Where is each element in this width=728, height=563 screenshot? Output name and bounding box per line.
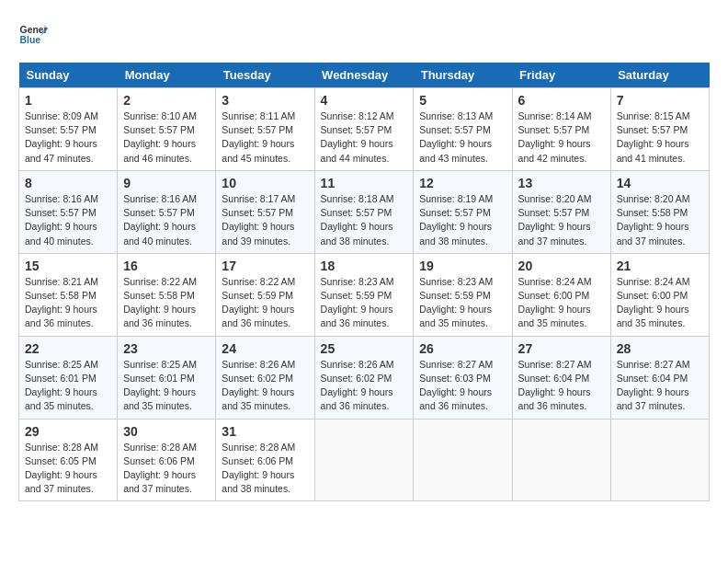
day-cell-10: 10Sunrise: 8:17 AM Sunset: 5:57 PM Dayli… [216, 170, 314, 253]
day-cell-28: 28Sunrise: 8:27 AM Sunset: 6:04 PM Dayli… [610, 336, 709, 419]
day-cell-31: 31Sunrise: 8:28 AM Sunset: 6:06 PM Dayli… [216, 419, 314, 501]
day-info: Sunrise: 8:28 AM Sunset: 6:06 PM Dayligh… [222, 441, 308, 497]
day-number: 22 [25, 341, 111, 356]
day-cell-16: 16Sunrise: 8:22 AM Sunset: 5:58 PM Dayli… [118, 253, 216, 336]
day-cell-25: 25Sunrise: 8:26 AM Sunset: 6:02 PM Dayli… [314, 336, 414, 419]
day-number: 21 [617, 259, 703, 273]
day-cell-29: 29Sunrise: 8:28 AM Sunset: 6:05 PM Dayli… [19, 419, 118, 501]
week-row-2: 8Sunrise: 8:16 AM Sunset: 5:57 PM Daylig… [19, 170, 710, 253]
day-number: 19 [419, 259, 506, 273]
day-number: 2 [123, 93, 210, 108]
day-cell-9: 9Sunrise: 8:16 AM Sunset: 5:57 PM Daylig… [118, 170, 216, 253]
svg-text:General: General [20, 25, 48, 35]
day-cell-27: 27Sunrise: 8:27 AM Sunset: 6:04 PM Dayli… [512, 336, 610, 419]
day-cell-21: 21Sunrise: 8:24 AM Sunset: 6:00 PM Dayli… [610, 253, 709, 336]
day-number: 6 [518, 93, 605, 108]
empty-cell [314, 419, 414, 501]
day-info: Sunrise: 8:28 AM Sunset: 6:06 PM Dayligh… [123, 441, 210, 497]
day-info: Sunrise: 8:20 AM Sunset: 5:57 PM Dayligh… [518, 192, 605, 248]
day-number: 25 [321, 341, 408, 356]
day-info: Sunrise: 8:25 AM Sunset: 6:01 PM Dayligh… [123, 358, 210, 414]
day-number: 29 [25, 424, 111, 439]
day-cell-15: 15Sunrise: 8:21 AM Sunset: 5:58 PM Dayli… [19, 253, 118, 336]
day-info: Sunrise: 8:21 AM Sunset: 5:58 PM Dayligh… [25, 275, 111, 331]
header-monday: Monday [118, 63, 216, 88]
empty-cell [414, 419, 512, 501]
page-header: General Blue [18, 18, 710, 48]
day-number: 10 [222, 176, 308, 190]
day-info: Sunrise: 8:10 AM Sunset: 5:57 PM Dayligh… [123, 109, 210, 166]
day-info: Sunrise: 8:27 AM Sunset: 6:04 PM Dayligh… [617, 358, 703, 414]
day-info: Sunrise: 8:22 AM Sunset: 5:58 PM Dayligh… [123, 275, 210, 331]
day-info: Sunrise: 8:16 AM Sunset: 5:57 PM Dayligh… [25, 192, 111, 248]
day-cell-2: 2Sunrise: 8:10 AM Sunset: 5:57 PM Daylig… [118, 88, 216, 171]
day-number: 9 [123, 176, 210, 190]
week-row-1: 1Sunrise: 8:09 AM Sunset: 5:57 PM Daylig… [19, 88, 710, 171]
day-number: 16 [123, 259, 210, 273]
day-number: 14 [617, 176, 703, 190]
day-info: Sunrise: 8:19 AM Sunset: 5:57 PM Dayligh… [419, 192, 506, 248]
day-number: 24 [222, 341, 308, 356]
day-info: Sunrise: 8:27 AM Sunset: 6:03 PM Dayligh… [419, 358, 506, 414]
day-number: 12 [419, 176, 506, 190]
day-number: 27 [518, 341, 605, 356]
day-number: 15 [25, 259, 111, 273]
header-wednesday: Wednesday [314, 63, 414, 88]
day-info: Sunrise: 8:28 AM Sunset: 6:05 PM Dayligh… [25, 441, 111, 497]
day-info: Sunrise: 8:16 AM Sunset: 5:57 PM Dayligh… [123, 192, 210, 248]
day-number: 13 [518, 176, 605, 190]
header-tuesday: Tuesday [216, 63, 314, 88]
day-info: Sunrise: 8:23 AM Sunset: 5:59 PM Dayligh… [321, 275, 408, 331]
day-number: 18 [321, 259, 408, 273]
day-number: 26 [419, 341, 506, 356]
day-number: 30 [123, 424, 210, 439]
calendar-table: SundayMondayTuesdayWednesdayThursdayFrid… [18, 63, 710, 501]
calendar-header-row: SundayMondayTuesdayWednesdayThursdayFrid… [19, 63, 710, 88]
header-saturday: Saturday [610, 63, 709, 88]
day-cell-18: 18Sunrise: 8:23 AM Sunset: 5:59 PM Dayli… [314, 253, 414, 336]
day-info: Sunrise: 8:11 AM Sunset: 5:57 PM Dayligh… [222, 109, 308, 166]
day-cell-30: 30Sunrise: 8:28 AM Sunset: 6:06 PM Dayli… [118, 419, 216, 501]
day-number: 5 [419, 93, 506, 108]
day-number: 28 [617, 341, 703, 356]
day-cell-20: 20Sunrise: 8:24 AM Sunset: 6:00 PM Dayli… [512, 253, 610, 336]
day-info: Sunrise: 8:22 AM Sunset: 5:59 PM Dayligh… [222, 275, 308, 331]
svg-text:Blue: Blue [20, 35, 41, 45]
week-row-4: 22Sunrise: 8:25 AM Sunset: 6:01 PM Dayli… [19, 336, 710, 419]
logo-icon: General Blue [18, 18, 48, 48]
day-cell-23: 23Sunrise: 8:25 AM Sunset: 6:01 PM Dayli… [118, 336, 216, 419]
day-number: 20 [518, 259, 605, 273]
empty-cell [512, 419, 610, 501]
day-cell-24: 24Sunrise: 8:26 AM Sunset: 6:02 PM Dayli… [216, 336, 314, 419]
day-number: 3 [222, 93, 308, 108]
day-cell-22: 22Sunrise: 8:25 AM Sunset: 6:01 PM Dayli… [19, 336, 118, 419]
day-cell-17: 17Sunrise: 8:22 AM Sunset: 5:59 PM Dayli… [216, 253, 314, 336]
day-cell-4: 4Sunrise: 8:12 AM Sunset: 5:57 PM Daylig… [314, 88, 414, 171]
day-cell-26: 26Sunrise: 8:27 AM Sunset: 6:03 PM Dayli… [414, 336, 512, 419]
day-cell-19: 19Sunrise: 8:23 AM Sunset: 5:59 PM Dayli… [414, 253, 512, 336]
day-info: Sunrise: 8:24 AM Sunset: 6:00 PM Dayligh… [518, 275, 605, 331]
logo: General Blue [18, 18, 55, 48]
empty-cell [610, 419, 709, 501]
day-info: Sunrise: 8:15 AM Sunset: 5:57 PM Dayligh… [617, 109, 703, 166]
header-thursday: Thursday [414, 63, 512, 88]
day-cell-11: 11Sunrise: 8:18 AM Sunset: 5:57 PM Dayli… [314, 170, 414, 253]
day-info: Sunrise: 8:14 AM Sunset: 5:57 PM Dayligh… [518, 109, 605, 166]
day-cell-12: 12Sunrise: 8:19 AM Sunset: 5:57 PM Dayli… [414, 170, 512, 253]
week-row-5: 29Sunrise: 8:28 AM Sunset: 6:05 PM Dayli… [19, 419, 710, 501]
day-info: Sunrise: 8:24 AM Sunset: 6:00 PM Dayligh… [617, 275, 703, 331]
day-info: Sunrise: 8:09 AM Sunset: 5:57 PM Dayligh… [25, 109, 111, 166]
day-cell-7: 7Sunrise: 8:15 AM Sunset: 5:57 PM Daylig… [610, 88, 709, 171]
week-row-3: 15Sunrise: 8:21 AM Sunset: 5:58 PM Dayli… [19, 253, 710, 336]
day-cell-5: 5Sunrise: 8:13 AM Sunset: 5:57 PM Daylig… [414, 88, 512, 171]
day-number: 4 [321, 93, 408, 108]
day-cell-8: 8Sunrise: 8:16 AM Sunset: 5:57 PM Daylig… [19, 170, 118, 253]
day-cell-3: 3Sunrise: 8:11 AM Sunset: 5:57 PM Daylig… [216, 88, 314, 171]
day-cell-6: 6Sunrise: 8:14 AM Sunset: 5:57 PM Daylig… [512, 88, 610, 171]
day-info: Sunrise: 8:23 AM Sunset: 5:59 PM Dayligh… [419, 275, 506, 331]
day-info: Sunrise: 8:20 AM Sunset: 5:58 PM Dayligh… [617, 192, 703, 248]
day-info: Sunrise: 8:18 AM Sunset: 5:57 PM Dayligh… [321, 192, 408, 248]
day-info: Sunrise: 8:27 AM Sunset: 6:04 PM Dayligh… [518, 358, 605, 414]
day-number: 8 [25, 176, 111, 190]
day-info: Sunrise: 8:26 AM Sunset: 6:02 PM Dayligh… [321, 358, 408, 414]
